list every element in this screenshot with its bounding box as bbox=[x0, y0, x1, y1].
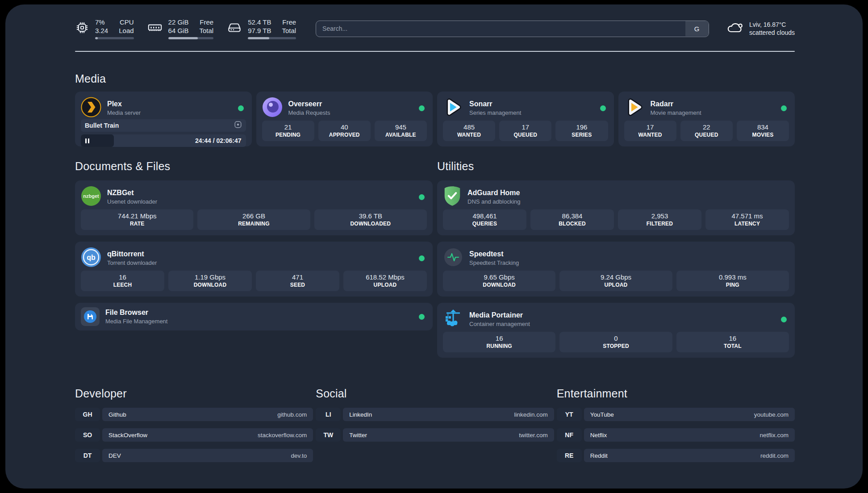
service-card-nzbget[interactable]: nzbget NZBGet Usenet downloader 744.21 M… bbox=[75, 180, 433, 235]
stat-tile: 834 MOVIES bbox=[737, 121, 789, 141]
stat-tile: 0.993 ms PING bbox=[676, 271, 789, 291]
service-subtitle: Media server bbox=[107, 109, 232, 117]
service-title: Sonarr bbox=[469, 100, 594, 109]
service-card-sonarr[interactable]: Sonarr Series management 485 WANTED 17 Q… bbox=[437, 92, 614, 146]
adguard-icon bbox=[443, 186, 462, 208]
service-title: AdGuard Home bbox=[467, 188, 789, 197]
memory-meter bbox=[168, 37, 214, 39]
nzbget-icon: nzbget bbox=[81, 186, 101, 208]
service-subtitle: Usenet downloader bbox=[107, 198, 413, 205]
storage-metric: 52.4 TB 97.9 TB Free Total bbox=[227, 18, 296, 39]
search-bar: G bbox=[316, 21, 709, 37]
section-title-social: Social bbox=[316, 387, 554, 400]
service-subtitle: Container management bbox=[469, 320, 775, 328]
link-name: YouTube bbox=[590, 411, 614, 418]
pause-icon[interactable] bbox=[85, 138, 89, 143]
link-abbr[interactable]: GH bbox=[75, 408, 100, 421]
service-title: qBittorrent bbox=[107, 250, 413, 259]
link-url: twitter.com bbox=[519, 432, 548, 439]
link-youtube[interactable]: YT YouTube youtube.com bbox=[557, 408, 795, 421]
now-playing-title: Bullet Train bbox=[85, 122, 234, 129]
search-input[interactable] bbox=[316, 21, 709, 37]
link-twitter[interactable]: TW Twitter twitter.com bbox=[316, 428, 554, 442]
link-stackoverflow[interactable]: SO StackOverflow stackoverflow.com bbox=[75, 428, 313, 442]
stat-tile: 744.21 Mbps RATE bbox=[81, 209, 193, 230]
link-abbr[interactable]: DT bbox=[75, 449, 100, 462]
header-divider bbox=[75, 51, 795, 52]
link-abbr[interactable]: TW bbox=[316, 428, 341, 442]
stat-tile: 16 RUNNING bbox=[443, 332, 555, 352]
developer-links: Developer GH Github github.com SO StackO… bbox=[75, 387, 313, 462]
service-card-filebrowser[interactable]: File Browser Media File Management bbox=[75, 303, 433, 330]
stat-tile: 2,953 FILTERED bbox=[618, 209, 701, 230]
link-url: dev.to bbox=[291, 452, 307, 459]
ram-icon bbox=[147, 20, 163, 37]
now-playing-bar[interactable]: Bullet Train bbox=[81, 119, 246, 132]
status-dot bbox=[781, 105, 787, 111]
status-dot bbox=[781, 317, 787, 322]
storage-total: 97.9 TB bbox=[248, 26, 271, 35]
service-title: Overseerr bbox=[288, 100, 413, 109]
storage-free: 52.4 TB bbox=[248, 18, 271, 26]
player-elapsed-pill bbox=[81, 134, 114, 147]
filebrowser-icon bbox=[81, 307, 100, 326]
status-dot bbox=[238, 105, 244, 111]
service-subtitle: Media File Management bbox=[105, 318, 413, 325]
link-abbr[interactable]: NF bbox=[557, 428, 582, 442]
media-grid: Plex Media server Bullet Train bbox=[75, 92, 795, 146]
cpu-load-value: 3.24 bbox=[95, 26, 108, 35]
link-url: stackoverflow.com bbox=[258, 432, 307, 439]
status-dot bbox=[419, 194, 425, 200]
service-subtitle: Torrent downloader bbox=[107, 259, 413, 267]
link-netflix[interactable]: NF Netflix netflix.com bbox=[557, 428, 795, 442]
link-github[interactable]: GH Github github.com bbox=[75, 408, 313, 421]
stat-tile: 485 WANTED bbox=[443, 121, 495, 141]
link-abbr[interactable]: YT bbox=[557, 408, 582, 421]
service-card-qbittorrent[interactable]: qb qBittorrent Torrent downloader 16 LEE… bbox=[75, 242, 433, 297]
memory-metric: 22 GiB 64 GiB Free Total bbox=[147, 18, 214, 39]
stat-tile: 16 TOTAL bbox=[676, 332, 789, 352]
stat-tile: 498,461 QUERIES bbox=[443, 209, 526, 230]
service-card-adguard[interactable]: AdGuard Home DNS and adblocking 498,461 … bbox=[437, 180, 795, 235]
player-progress-bar[interactable]: 24:44 / 02:06:47 bbox=[81, 134, 246, 147]
social-links: Social LI LinkedIn linkedin.com TW Twitt… bbox=[316, 387, 554, 462]
service-subtitle: Series management bbox=[469, 109, 594, 117]
svg-text:nzbget: nzbget bbox=[83, 193, 99, 199]
stat-tile: 471 SEED bbox=[256, 271, 339, 291]
qbittorrent-icon: qb bbox=[81, 247, 101, 269]
service-card-speedtest[interactable]: Speedtest Speedtest Tracking 9.65 Gbps D… bbox=[437, 242, 795, 297]
service-title: NZBGet bbox=[107, 188, 413, 197]
memory-label-2: Total bbox=[199, 26, 213, 35]
cast-icon[interactable] bbox=[234, 121, 242, 130]
service-card-radarr[interactable]: Radarr Movie management 17 WANTED 22 QUE… bbox=[618, 92, 795, 146]
link-linkedin[interactable]: LI LinkedIn linkedin.com bbox=[316, 408, 554, 421]
cpu-label: CPU bbox=[119, 18, 134, 26]
service-card-portainer[interactable]: Media Portainer Container management 16 … bbox=[437, 303, 795, 358]
status-dot bbox=[600, 105, 606, 111]
link-url: github.com bbox=[277, 411, 307, 418]
service-card-overseerr[interactable]: Overseerr Media Requests 21 PENDING 40 A… bbox=[256, 92, 433, 146]
service-subtitle: Movie management bbox=[651, 109, 776, 117]
cpu-label-2: Load bbox=[119, 26, 134, 35]
stat-tile: 945 AVAILABLE bbox=[375, 121, 427, 141]
radarr-icon bbox=[624, 97, 645, 119]
link-name: Github bbox=[108, 411, 126, 418]
link-abbr[interactable]: RE bbox=[557, 449, 582, 462]
cpu-metric: 7% 3.24 CPU Load bbox=[75, 18, 134, 39]
player-time: 24:44 / 02:06:47 bbox=[195, 137, 246, 144]
link-abbr[interactable]: LI bbox=[316, 408, 341, 421]
search-engine-button[interactable]: G bbox=[685, 21, 709, 36]
service-title: Media Portainer bbox=[469, 311, 775, 320]
storage-label-2: Total bbox=[282, 26, 296, 35]
storage-meter bbox=[248, 37, 296, 39]
service-title: Radarr bbox=[651, 100, 776, 109]
cpu-icon bbox=[75, 21, 89, 37]
cpu-load-percent: 7% bbox=[95, 18, 108, 26]
service-card-plex[interactable]: Plex Media server Bullet Train bbox=[75, 92, 252, 146]
link-dev-to[interactable]: DT DEV dev.to bbox=[75, 449, 313, 462]
cloud-icon bbox=[726, 21, 744, 37]
service-subtitle: Speedtest Tracking bbox=[469, 259, 789, 267]
link-reddit[interactable]: RE Reddit reddit.com bbox=[557, 449, 795, 462]
stat-tile: 266 GB REMAINING bbox=[197, 209, 310, 230]
link-abbr[interactable]: SO bbox=[75, 428, 100, 442]
